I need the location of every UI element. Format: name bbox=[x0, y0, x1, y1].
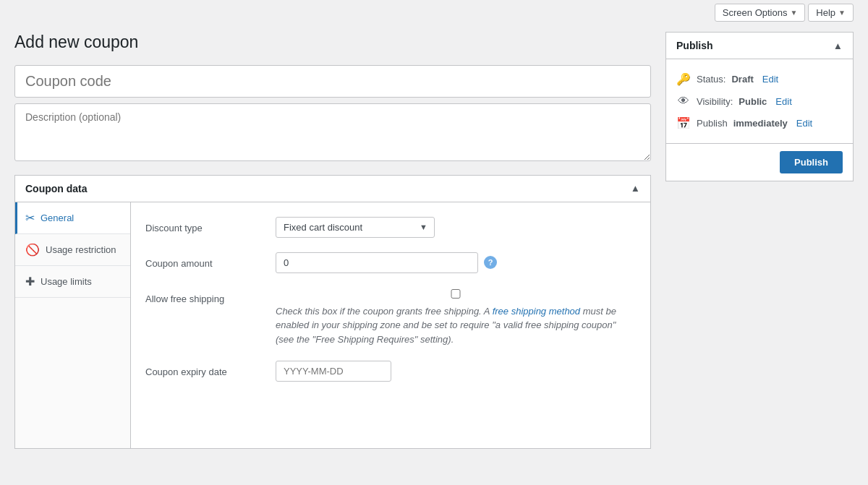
publish-collapse-arrow-icon: ▲ bbox=[833, 40, 843, 51]
tab-content-general: Discount type Percentage discount Fixed … bbox=[131, 202, 650, 448]
help-arrow-icon: ▼ bbox=[838, 9, 846, 17]
publish-visibility-value: Public bbox=[739, 96, 767, 107]
status-icon: 🔑 bbox=[676, 72, 691, 86]
discount-type-label: Discount type bbox=[145, 217, 276, 233]
coupon-code-input[interactable] bbox=[14, 65, 651, 98]
free-shipping-description: Check this box if the coupon grants free… bbox=[276, 304, 636, 347]
publish-visibility-edit-link[interactable]: Edit bbox=[775, 96, 791, 107]
free-shipping-checkbox[interactable] bbox=[276, 289, 636, 299]
tab-usage-limits-label: Usage limits bbox=[41, 276, 92, 287]
discount-type-select-wrapper: Percentage discount Fixed cart discount … bbox=[276, 217, 435, 238]
coupon-amount-label: Coupon amount bbox=[145, 252, 276, 269]
publish-time-edit-link[interactable]: Edit bbox=[796, 118, 812, 129]
free-shipping-field: Check this box if the coupon grants free… bbox=[276, 288, 636, 347]
free-shipping-label: Allow free shipping bbox=[145, 288, 276, 304]
general-icon: ✂ bbox=[25, 211, 35, 225]
free-shipping-desc-part1: Check this box if the coupon grants free… bbox=[276, 306, 493, 317]
coupon-expiry-input[interactable] bbox=[276, 361, 391, 382]
tab-usage-restriction-label: Usage restriction bbox=[46, 244, 116, 255]
coupon-amount-input-row: ? bbox=[276, 252, 636, 273]
publish-title: Publish bbox=[676, 40, 713, 51]
screen-options-arrow-icon: ▼ bbox=[790, 9, 797, 17]
coupon-amount-field: ? bbox=[276, 252, 636, 273]
screen-options-button[interactable]: Screen Options ▼ bbox=[715, 4, 806, 22]
publish-status-value: Draft bbox=[731, 74, 753, 85]
discount-type-select[interactable]: Percentage discount Fixed cart discount … bbox=[276, 217, 435, 238]
coupon-data-body: ✂ General 🚫 Usage restriction ✚ Usage li… bbox=[15, 202, 650, 448]
coupon-tabs: ✂ General 🚫 Usage restriction ✚ Usage li… bbox=[15, 202, 131, 448]
coupon-data-header: Coupon data ▲ bbox=[15, 176, 650, 202]
coupon-amount-help-icon[interactable]: ? bbox=[484, 256, 497, 269]
publish-status-edit-link[interactable]: Edit bbox=[762, 74, 778, 85]
publish-time-label: Publish bbox=[697, 118, 728, 129]
publish-footer: Publish bbox=[666, 143, 853, 181]
publish-time-row: 📅 Publish immediately Edit bbox=[676, 112, 843, 134]
free-shipping-method-link[interactable]: free shipping method bbox=[493, 306, 580, 317]
publish-time-value: immediately bbox=[733, 118, 788, 129]
publish-button[interactable]: Publish bbox=[780, 151, 843, 173]
publish-time-icon: 📅 bbox=[676, 116, 691, 130]
coupon-expiry-field bbox=[276, 361, 636, 382]
coupon-data-title: Coupon data bbox=[25, 183, 88, 194]
top-bar: Screen Options ▼ Help ▼ bbox=[0, 0, 868, 25]
sidebar: Publish ▲ 🔑 Status: Draft Edit 👁 Visibil… bbox=[665, 32, 854, 449]
coupon-data-box: Coupon data ▲ ✂ General 🚫 Usage restrict… bbox=[14, 175, 651, 449]
page-title: Add new coupon bbox=[14, 32, 651, 53]
visibility-icon: 👁 bbox=[676, 95, 691, 108]
help-button[interactable]: Help ▼ bbox=[808, 4, 854, 22]
coupon-amount-row: Coupon amount ? bbox=[145, 252, 636, 273]
coupon-amount-input[interactable] bbox=[276, 252, 478, 273]
coupon-expiry-label: Coupon expiry date bbox=[145, 361, 276, 377]
tab-usage-limits[interactable]: ✚ Usage limits bbox=[15, 266, 130, 298]
coupon-expiry-row: Coupon expiry date bbox=[145, 361, 636, 382]
coupon-data-collapse-button[interactable]: ▲ bbox=[631, 183, 640, 194]
free-shipping-row: Allow free shipping Check this box if th… bbox=[145, 288, 636, 347]
tab-usage-restriction[interactable]: 🚫 Usage restriction bbox=[15, 234, 130, 266]
tab-general-label: General bbox=[41, 213, 74, 223]
publish-status-row: 🔑 Status: Draft Edit bbox=[676, 68, 843, 90]
publish-visibility-label: Visibility: bbox=[697, 96, 733, 107]
usage-limits-icon: ✚ bbox=[25, 275, 35, 288]
help-label: Help bbox=[816, 7, 835, 18]
page-content: Add new coupon Coupon data ▲ ✂ General 🚫 bbox=[0, 25, 868, 463]
discount-type-row: Discount type Percentage discount Fixed … bbox=[145, 217, 636, 238]
discount-type-field: Percentage discount Fixed cart discount … bbox=[276, 217, 636, 238]
publish-box: Publish ▲ 🔑 Status: Draft Edit 👁 Visibil… bbox=[665, 32, 854, 181]
publish-header: Publish ▲ bbox=[666, 33, 853, 59]
publish-visibility-row: 👁 Visibility: Public Edit bbox=[676, 90, 843, 112]
usage-restriction-icon: 🚫 bbox=[25, 243, 40, 257]
main-area: Add new coupon Coupon data ▲ ✂ General 🚫 bbox=[14, 32, 651, 449]
free-shipping-checkbox-wrapper: Check this box if the coupon grants free… bbox=[276, 288, 636, 347]
screen-options-label: Screen Options bbox=[723, 7, 788, 18]
publish-status-label: Status: bbox=[697, 74, 726, 85]
publish-collapse-button[interactable]: ▲ bbox=[833, 40, 843, 51]
tab-general[interactable]: ✂ General bbox=[15, 202, 130, 234]
publish-body: 🔑 Status: Draft Edit 👁 Visibility: Publi… bbox=[666, 59, 853, 143]
description-textarea[interactable] bbox=[14, 103, 651, 161]
